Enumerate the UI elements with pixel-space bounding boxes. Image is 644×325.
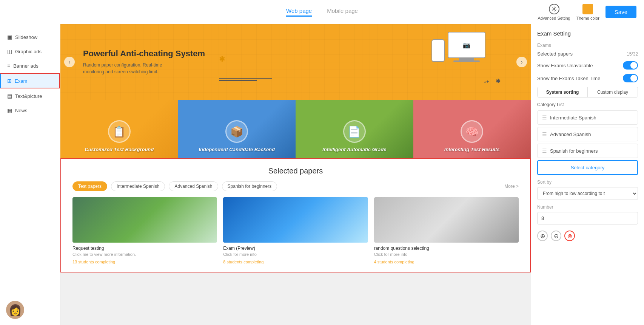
graphic-ads-icon: ◫ (7, 48, 12, 54)
sidebar-label-text-picture: Text&picture (15, 93, 42, 99)
feature-card-interesting[interactable]: 🧠 Interesting Test Results (413, 100, 531, 158)
banner: ‹ Powerful Anti-cheating System Random p… (60, 24, 531, 100)
feature-card-intelligent[interactable]: 📄 Intelligent Automatic Grade (296, 100, 413, 158)
feature-label-customized: Customized Test Background (82, 147, 157, 152)
banner-deco-line (219, 78, 272, 81)
selected-papers-section: Selected papers Test papers Intermediate… (60, 158, 531, 272)
drag-icon-0: ☰ (542, 115, 547, 121)
sidebar: ▣ Slideshow ◫ Graphic ads ≡ Banner ads ⊞… (0, 24, 60, 325)
gear-icon (549, 4, 559, 14)
system-sorting-tab[interactable]: System sorting (538, 87, 588, 97)
paper-tabs: Test papers Intermediate Spanish Advance… (72, 181, 519, 191)
number-label: Number (537, 204, 638, 210)
paper-card-title-0: Request testing (72, 246, 217, 251)
tab-mobile-page[interactable]: Mobile page (327, 8, 358, 17)
interesting-icon: 🧠 (461, 120, 483, 143)
sidebar-item-exam[interactable]: ⊞ Exam (0, 73, 60, 88)
category-item-2[interactable]: ☰ Spanish for beginners (537, 144, 638, 158)
sidebar-label-banner-ads: Banner ads (13, 63, 39, 69)
text-picture-icon: ▤ (7, 93, 12, 99)
remove-button[interactable]: ⊖ (551, 231, 561, 241)
theme-color-swatch (582, 4, 593, 14)
independent-icon: 📦 (225, 120, 248, 143)
top-right-controls: Advanced Setting Theme color Save (538, 4, 636, 20)
banner-monitor-icon: 📷 (448, 32, 485, 62)
paper-card-desc-0: Click me to view more information. (72, 252, 217, 257)
panel-action-buttons: ⊕ ⊖ ⊗ (537, 231, 638, 241)
sidebar-item-graphic-ads[interactable]: ◫ Graphic ads (0, 45, 60, 58)
sidebar-item-news[interactable]: ▦ News (0, 104, 60, 117)
paper-card-students-0: 13 students completing (72, 260, 217, 264)
feature-label-independent: Independent Candidate Backend (196, 147, 278, 152)
banner-phone-icon (431, 39, 445, 62)
sidebar-item-banner-ads[interactable]: ≡ Banner ads (0, 59, 60, 73)
category-label-2: Spanish for beginners (550, 148, 598, 154)
tab-web-page[interactable]: Web page (286, 8, 312, 17)
save-button[interactable]: Save (605, 6, 636, 18)
feature-label-interesting: Interesting Test Results (441, 147, 503, 152)
banner-deco-dots: ○+ ✱ (484, 77, 501, 85)
main-layout: ▣ Slideshow ◫ Graphic ads ≡ Banner ads ⊞… (0, 24, 644, 325)
banner-deco-1: ✱ (219, 54, 225, 63)
paper-card-0: Request testing Click me to view more in… (72, 197, 217, 264)
banner-description: Random paper configuration, Real-timemon… (83, 62, 205, 75)
svg-point-0 (553, 8, 555, 10)
intelligent-icon: 📄 (343, 120, 366, 143)
avatar-image: 👩 (9, 304, 22, 316)
banner-ads-icon: ≡ (7, 63, 10, 69)
selected-papers-count: 15/32 (627, 51, 638, 57)
banner-graphic: 📷 (431, 32, 485, 62)
advanced-setting-button[interactable]: Advanced Setting (538, 4, 570, 20)
paper-card-desc-2: Click for more info (374, 252, 519, 257)
banner-prev-button[interactable]: ‹ (64, 57, 75, 67)
sort-select[interactable]: From high to low according to t (537, 187, 638, 200)
paper-card-desc-1: Click for more info (223, 252, 368, 257)
show-unavailable-row: Show Exams Unavailable (537, 61, 638, 70)
feature-card-customized[interactable]: 📋 Customized Test Background (60, 100, 178, 158)
sort-tabs: System sorting Custom display (537, 87, 638, 98)
feature-card-independent[interactable]: 📦 Independent Candidate Backend (178, 100, 296, 158)
top-bar: Web page Mobile page Advanced Setting Th… (0, 0, 644, 24)
more-link[interactable]: More > (504, 184, 519, 189)
selected-papers-row-label: Selected papers (537, 51, 573, 57)
delete-button[interactable]: ⊗ (564, 231, 575, 241)
sidebar-item-slideshow[interactable]: ▣ Slideshow (0, 30, 60, 44)
camera-icon: 📷 (463, 42, 470, 49)
number-input[interactable] (537, 212, 638, 224)
select-category-button[interactable]: Select category (537, 160, 638, 175)
advanced-setting-label: Advanced Setting (538, 16, 570, 20)
paper-tab-test[interactable]: Test papers (72, 181, 107, 191)
banner-title: Powerful Anti-cheating System (83, 49, 205, 59)
paper-card-title-1: Exam (Preview) (223, 246, 368, 251)
paper-card-img-2 (374, 197, 519, 243)
paper-tab-beginners[interactable]: Spanish for beginners (222, 181, 277, 191)
show-taken-time-label: Show the Exams Taken Time (537, 76, 600, 81)
category-label-1: Advanced Spanish (550, 132, 591, 137)
feature-cards: 📋 Customized Test Background 📦 Independe… (60, 100, 531, 158)
selected-papers-row: Selected papers 15/32 (537, 51, 638, 57)
show-taken-time-toggle[interactable] (623, 74, 638, 82)
sidebar-item-text-picture[interactable]: ▤ Text&picture (0, 89, 60, 103)
category-item-0[interactable]: ☰ Intermediate Spanish (537, 110, 638, 125)
news-icon: ▦ (7, 107, 12, 113)
banner-text: Powerful Anti-cheating System Random pap… (83, 49, 205, 75)
custom-display-tab[interactable]: Custom display (588, 87, 638, 97)
paper-card-img-1 (223, 197, 368, 243)
theme-color-button[interactable]: Theme color (576, 4, 599, 20)
paper-tab-advanced[interactable]: Advanced Spanish (169, 181, 218, 191)
page-tabs: Web page Mobile page (286, 8, 358, 17)
exam-icon: ⊞ (7, 78, 12, 84)
right-panel: Exam Setting Exams Selected papers 15/32… (531, 24, 644, 325)
slideshow-icon: ▣ (7, 34, 12, 40)
drag-icon-2: ☰ (542, 148, 547, 154)
sidebar-label-slideshow: Slideshow (15, 34, 37, 40)
show-unavailable-toggle[interactable] (623, 61, 638, 70)
exams-section-label: Exams (537, 43, 638, 48)
paper-tab-intermediate[interactable]: Intermediate Spanish (111, 181, 165, 191)
add-button[interactable]: ⊕ (537, 231, 548, 241)
sidebar-label-graphic-ads: Graphic ads (15, 49, 42, 54)
category-item-1[interactable]: ☰ Advanced Spanish (537, 127, 638, 141)
banner-next-button[interactable]: › (516, 57, 527, 67)
category-label-0: Intermediate Spanish (550, 115, 596, 121)
paper-card-title-2: random questions selecting (374, 246, 519, 251)
